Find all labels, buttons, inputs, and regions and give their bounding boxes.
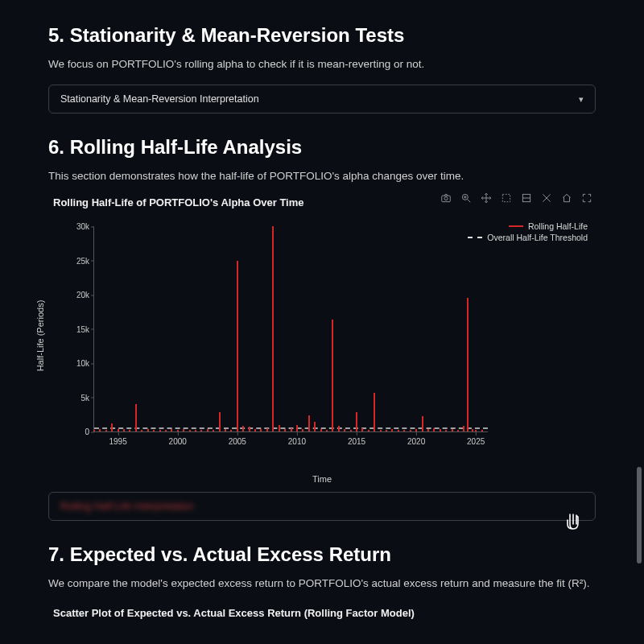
bar <box>279 425 280 431</box>
bar <box>93 430 95 431</box>
ytick: 10k <box>60 359 89 368</box>
bar <box>356 412 357 431</box>
bar <box>296 425 298 432</box>
bar <box>472 429 473 431</box>
boxselect-icon[interactable] <box>500 192 512 204</box>
lasso-icon[interactable] <box>520 192 532 204</box>
svg-point-1 <box>444 196 447 200</box>
bar <box>230 430 232 431</box>
ytick: 30k <box>60 222 89 231</box>
accordion-halflife[interactable]: Rolling Half-Life Interpretation <box>48 492 596 521</box>
section7-heading: 7. Expected vs. Actual Excess Return <box>48 543 596 566</box>
bar <box>153 430 155 431</box>
bar <box>260 429 262 431</box>
bar <box>338 426 340 431</box>
bar <box>266 428 268 431</box>
bar <box>481 430 483 431</box>
bar <box>350 430 352 431</box>
bar <box>118 429 119 431</box>
bar <box>320 429 322 431</box>
section7-desc: We compare the model's expected excess r… <box>48 577 596 589</box>
chart-toolbar <box>440 192 592 204</box>
bar <box>147 429 149 431</box>
bar <box>457 430 459 431</box>
accordion-label: Stationarity & Mean-Reversion Interpreta… <box>60 93 259 105</box>
ytick: 20k <box>60 291 89 299</box>
bar <box>249 427 250 431</box>
ytick: 25k <box>60 256 89 265</box>
bar <box>272 226 274 431</box>
bar <box>427 429 429 431</box>
bar <box>332 320 333 431</box>
bar <box>374 393 375 431</box>
xtick: 2015 <box>348 437 365 446</box>
bar <box>165 430 167 431</box>
section6-heading: 6. Rolling Half-Life Analysis <box>48 136 596 159</box>
xtick: 2005 <box>229 437 246 446</box>
plot-area[interactable]: Rolling Half-Life Overall Half-Life Thre… <box>52 215 592 456</box>
svg-rect-8 <box>502 194 510 201</box>
ytick: 5k <box>60 393 89 402</box>
bar <box>123 429 125 431</box>
section5-desc: We focus on PORTFOLIO's rolling alpha to… <box>48 58 596 70</box>
bar <box>422 416 423 431</box>
bar <box>183 429 184 431</box>
svg-line-3 <box>467 199 470 202</box>
bar <box>105 430 107 431</box>
bar <box>195 430 196 431</box>
bar <box>200 430 202 431</box>
xtick: 2000 <box>169 437 187 446</box>
pan-icon[interactable] <box>480 192 492 204</box>
xtick: 2020 <box>407 437 425 446</box>
bar <box>463 426 464 431</box>
bar <box>219 412 221 431</box>
bar <box>361 428 363 431</box>
xtick: 1995 <box>109 437 127 446</box>
fullscreen-icon[interactable] <box>580 192 592 204</box>
bar <box>254 429 256 431</box>
legend-line-icon <box>509 225 523 227</box>
bar <box>398 430 399 431</box>
scrollbar[interactable] <box>636 0 642 644</box>
zoom-icon[interactable] <box>460 192 472 204</box>
bar <box>99 429 101 431</box>
ytick: 0 <box>60 427 89 436</box>
ytick: 15k <box>60 324 89 333</box>
bar <box>452 429 453 431</box>
bar <box>207 429 208 431</box>
camera-icon[interactable] <box>440 192 452 204</box>
accordion-stationarity[interactable]: Stationarity & Mean-Reversion Interpreta… <box>48 85 596 114</box>
bar <box>129 430 130 431</box>
chevron-down-icon: ▾ <box>579 94 584 105</box>
bar <box>391 429 393 431</box>
bar <box>415 429 417 431</box>
bar <box>326 430 328 431</box>
reset-icon[interactable] <box>560 192 572 204</box>
section6-desc: This section demonstrates how the half-l… <box>48 170 596 182</box>
bar <box>302 429 303 431</box>
accordion-label: Rolling Half-Life Interpretation <box>60 501 193 512</box>
bar <box>159 430 161 431</box>
x-axis-label: Time <box>312 474 332 484</box>
bar <box>171 429 172 431</box>
scrollbar-thumb[interactable] <box>637 467 642 564</box>
y-axis-label: Half-Life (Periods) <box>35 300 45 372</box>
bar <box>242 426 244 431</box>
xtick: 2025 <box>467 437 485 446</box>
bar <box>111 423 113 431</box>
bar <box>344 429 345 431</box>
bar <box>403 430 405 431</box>
section5-heading: 5. Stationarity & Mean-Reversion Tests <box>48 24 596 47</box>
bar <box>368 430 369 431</box>
bar <box>177 430 179 431</box>
bar <box>284 429 286 431</box>
bar <box>189 430 191 431</box>
autoscale-icon[interactable] <box>540 192 552 204</box>
bar <box>467 298 469 431</box>
bar <box>410 430 411 431</box>
bar <box>314 422 316 431</box>
bar <box>237 261 238 432</box>
bar <box>433 428 435 431</box>
bar <box>380 430 382 431</box>
bar <box>308 415 310 431</box>
